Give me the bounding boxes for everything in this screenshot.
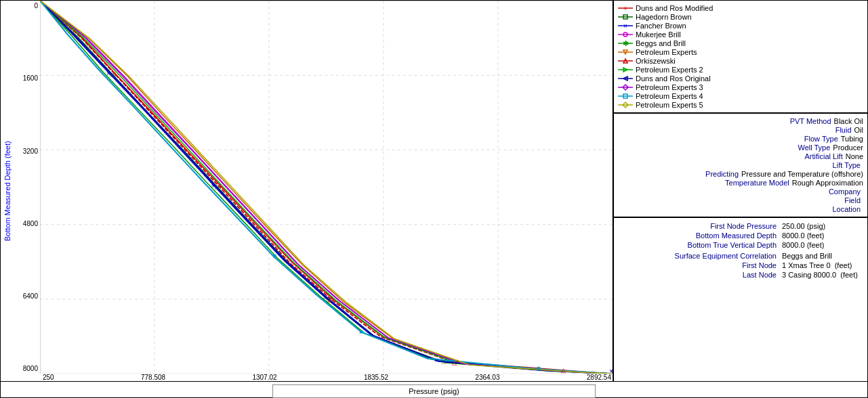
predicting-label: Predicting: [705, 170, 739, 178]
svg-text:✱: ✱: [623, 39, 629, 47]
field-row: Field: [618, 196, 863, 204]
pvt-method-value: Black Oil: [834, 117, 863, 125]
legend-icon-6: [618, 48, 633, 56]
legend-item-1: + Duns and Ros Modified: [618, 4, 863, 12]
fluid-label: Fluid: [835, 126, 852, 134]
artificial-lift-row: Artificial Lift None: [618, 152, 863, 160]
svg-text:×: ×: [106, 70, 110, 77]
legend-item-2: Hagedorn Brown: [618, 13, 863, 21]
svg-text:□: □: [110, 72, 114, 79]
legend-item-12: Petroleum Experts 5: [618, 101, 863, 109]
bottom-tvd-row: Bottom True Vertical Depth 8000.0 (feet): [618, 241, 863, 249]
flow-type-row: Flow Type Tubing: [618, 135, 863, 143]
predicting-value: Pressure and Temperature (offshore): [741, 170, 863, 178]
svg-text:+: +: [113, 71, 117, 79]
flow-type-label: Flow Type: [804, 135, 838, 143]
x-axis-label: Pressure (psig): [272, 384, 596, 398]
lift-type-label: Lift Type: [833, 161, 861, 169]
svg-text:×: ×: [434, 357, 438, 364]
fluid-row: Fluid Oil: [618, 126, 863, 134]
plot-with-axes: 0 1600 3200 4800 6400 8000: [14, 1, 613, 381]
legend-item-11: Petroleum Experts 4: [618, 92, 863, 100]
company-label: Company: [829, 187, 861, 196]
svg-text:■: ■: [272, 252, 276, 259]
legend-icon-9: [618, 74, 633, 83]
location-label: Location: [832, 205, 861, 213]
legend-item-10: Petroleum Experts 3: [618, 83, 863, 91]
well-type-value: Producer: [833, 143, 863, 152]
x-tick-labels: 250 778.508 1307.02 1835.52 2364.03 2892…: [14, 374, 613, 381]
legend-icon-4: [618, 30, 633, 39]
artificial-lift-value: None: [846, 152, 863, 160]
temp-model-value: Rough Approximation: [792, 179, 863, 187]
legend-icon-12: [618, 101, 633, 109]
svg-text:□: □: [442, 359, 446, 366]
svg-text:+: +: [218, 183, 222, 190]
predicting-row: Predicting Pressure and Temperature (off…: [618, 170, 863, 178]
svg-text:△: △: [561, 367, 566, 374]
svg-text:×: ×: [609, 368, 613, 374]
svg-text:+: +: [623, 5, 627, 12]
legend-icon-5: ✱: [618, 39, 633, 47]
legend-icon-2: [618, 13, 633, 21]
legend-item-9: Duns and Ros Original: [618, 74, 863, 83]
svg-text:△: △: [452, 359, 457, 366]
legend-icon-11: [618, 92, 633, 100]
legend-item-7: Orkiszewski: [618, 57, 863, 65]
svg-text:△: △: [327, 296, 332, 303]
last-node-value: 3 Casing 8000.0 (feet): [782, 271, 863, 279]
legend-section: + Duns and Ros Modified Hagedorn Brown: [614, 1, 867, 114]
location-row: Location: [618, 205, 863, 213]
svg-text:■: ■: [359, 328, 363, 335]
bottom-md-label: Bottom Measured Depth: [618, 231, 777, 240]
surface-eq-row: Surface Equipment Correlation Beggs and …: [618, 252, 863, 260]
first-node-row: First Node 1 Xmas Tree 0 (feet): [618, 261, 863, 269]
legend-item-8: Petroleum Experts 2: [618, 66, 863, 74]
svg-text:□: □: [215, 184, 219, 191]
temp-model-label: Temperature Model: [725, 179, 789, 187]
legend-icon-3: ×: [618, 22, 633, 30]
y-tick-labels: 0 1600 3200 4800 6400 8000: [14, 1, 40, 374]
legend-item-3: × Fancher Brown: [618, 22, 863, 30]
node-section: First Node Pressure 250.00 (psig) Bottom…: [614, 218, 867, 283]
svg-text:×: ×: [323, 294, 327, 301]
x-axis-label-bar: Pressure (psig): [1, 381, 867, 398]
first-node-pressure-label: First Node Pressure: [618, 222, 777, 230]
legend-icon-10: [618, 83, 633, 91]
legend-icon-1: +: [618, 4, 633, 12]
svg-text:×: ×: [211, 182, 215, 190]
svg-text:■: ■: [537, 365, 541, 372]
lift-type-row: Lift Type: [618, 161, 863, 169]
plot-section: Bottom Measured Depth (feet) 0 1600 3200…: [1, 1, 613, 381]
legend-item-4: Mukerjee Brill: [618, 30, 863, 39]
bottom-tvd-label: Bottom True Vertical Depth: [618, 241, 777, 249]
pvt-method-row: PVT Method Black Oil: [618, 117, 863, 125]
chart-svg: + + + + + □ □ □ □ × ×: [40, 1, 613, 374]
main-container: Bottom Measured Depth (feet) 0 1600 3200…: [0, 0, 868, 398]
fluid-value: Oil: [854, 126, 863, 134]
right-panel: + Duns and Ros Modified Hagedorn Brown: [613, 1, 867, 381]
bottom-md-row: Bottom Measured Depth 8000.0 (feet): [618, 231, 863, 240]
legend-item-5: ✱ Beggs and Brill: [618, 39, 863, 47]
legend-item-6: Petroleum Experts: [618, 48, 863, 56]
company-row: Company: [618, 187, 863, 196]
first-node-value: 1 Xmas Tree 0 (feet): [782, 261, 863, 269]
chart-area: Bottom Measured Depth (feet) 0 1600 3200…: [1, 1, 867, 381]
first-node-pressure-row: First Node Pressure 250.00 (psig): [618, 222, 863, 230]
svg-text:×: ×: [623, 22, 627, 30]
temp-model-row: Temperature Model Rough Approximation: [618, 179, 863, 187]
last-node-label: Last Node: [618, 271, 777, 279]
artificial-lift-label: Artificial Lift: [804, 152, 842, 160]
legend-icon-8: [618, 66, 633, 74]
field-label: Field: [844, 196, 861, 204]
surface-eq-label: Surface Equipment Correlation: [618, 252, 777, 260]
flow-type-value: Tubing: [841, 135, 863, 143]
legend-icon-7: [618, 57, 633, 65]
pvt-method-label: PVT Method: [790, 117, 831, 125]
first-node-pressure-value: 250.00 (psig): [782, 222, 863, 230]
well-type-label: Well Type: [798, 143, 830, 152]
well-type-row: Well Type Producer: [618, 143, 863, 152]
y-axis-label: Bottom Measured Depth (feet): [1, 1, 14, 381]
info-section: PVT Method Black Oil Fluid Oil Flow Type…: [614, 114, 867, 218]
bottom-tvd-value: 8000.0 (feet): [782, 241, 863, 249]
